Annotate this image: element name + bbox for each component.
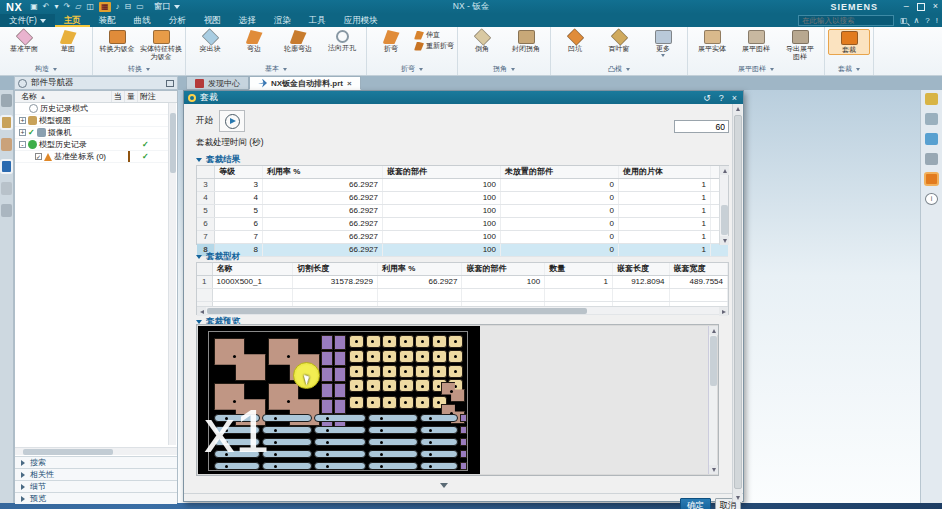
purple-part[interactable] <box>334 383 346 398</box>
table-row[interactable]: 3366.292710001 <box>197 179 728 192</box>
tree-item-4[interactable]: ✓基准坐标系 (0)✓ <box>15 151 170 163</box>
blue-strip[interactable] <box>314 438 366 446</box>
cream-part[interactable] <box>349 396 364 409</box>
flat-pattern-button[interactable]: 展平图样 <box>735 29 777 53</box>
cream-part[interactable] <box>415 365 430 378</box>
nesting-profiles-table[interactable]: 名称切割长度利用率 %嵌套的部件数量嵌套长度嵌套宽度11000X500_1315… <box>196 262 729 315</box>
export-flat-pattern-button[interactable]: 导出展平 图样 <box>779 29 821 61</box>
cream-part[interactable] <box>448 365 463 378</box>
column-header[interactable]: 嵌套宽度 <box>670 263 728 275</box>
cream-part[interactable] <box>382 365 397 378</box>
convert-to-sheet-metal-button[interactable]: 转换为钣金 <box>96 29 138 53</box>
menu-tab-2[interactable]: 装配 <box>90 14 125 27</box>
blue-strip[interactable] <box>420 414 458 422</box>
column-comment[interactable]: 附注 <box>137 91 177 102</box>
column-quantity[interactable]: 量 <box>124 91 137 102</box>
cream-part[interactable] <box>366 396 381 409</box>
expand-icon[interactable]: + <box>19 117 26 124</box>
column-name[interactable]: 名称 <box>21 91 37 102</box>
blue-strip[interactable] <box>262 426 312 434</box>
normal-cutout-button[interactable]: 法向开孔 <box>321 29 363 52</box>
copy-icon[interactable]: ▱ <box>75 2 81 12</box>
tree-item-2[interactable]: +✓摄像机 <box>15 127 170 139</box>
history-icon[interactable] <box>1 182 12 195</box>
cream-part[interactable] <box>415 350 430 363</box>
window-menu[interactable]: 窗口 <box>154 1 180 13</box>
roles-icon[interactable] <box>925 93 938 105</box>
navigator-section-1[interactable]: 相关性 <box>15 468 177 480</box>
table-row[interactable]: 6666.292710001 <box>197 218 728 231</box>
blue-strip[interactable] <box>314 450 366 458</box>
gear-icon[interactable] <box>18 79 27 88</box>
tree-item-3[interactable]: -模型历史记录✓ <box>15 139 170 151</box>
menu-tab-0[interactable]: 文件(F) <box>0 14 55 27</box>
nesting-preview-canvas[interactable]: x1 <box>198 326 480 474</box>
dimple-button[interactable]: 凹坑 <box>554 29 596 53</box>
purple-part[interactable] <box>321 399 333 414</box>
table-row[interactable]: 4466.292710001 <box>197 192 728 205</box>
dialog-vertical-scrollbar[interactable] <box>732 104 742 502</box>
column-header[interactable]: 未放置的部件 <box>501 166 619 178</box>
copy-display-icon[interactable] <box>925 113 938 125</box>
purple-part[interactable] <box>334 335 346 350</box>
blue-strip[interactable] <box>262 450 312 458</box>
dialog-help-button[interactable]: ? <box>717 93 726 103</box>
document-tab-0[interactable]: 发现中心 <box>186 76 249 90</box>
blue-strip[interactable] <box>420 438 458 446</box>
nesting-button[interactable]: 套裁 <box>828 29 870 55</box>
column-header[interactable]: 等级 <box>215 166 263 178</box>
tab-button[interactable]: 突出块 <box>189 29 231 53</box>
collapse-icon[interactable]: - <box>19 141 26 148</box>
close-tab-icon[interactable]: × <box>347 79 352 88</box>
column-header[interactable]: 利用率 % <box>378 263 463 275</box>
undock-icon[interactable] <box>166 80 174 87</box>
cream-part[interactable] <box>366 379 381 392</box>
navigator-horizontal-scrollbar[interactable] <box>15 447 177 455</box>
cream-part[interactable] <box>399 396 414 409</box>
blue-strip[interactable] <box>262 462 312 470</box>
purple-end-part[interactable] <box>460 438 467 446</box>
row-number-header[interactable] <box>197 263 213 275</box>
contour-flange-button[interactable]: 轮廓弯边 <box>277 29 319 53</box>
cream-part[interactable] <box>349 335 364 348</box>
tab-command-icon[interactable] <box>925 133 938 145</box>
cream-part[interactable] <box>382 335 397 348</box>
window-icon[interactable]: ▭ <box>136 2 144 12</box>
blue-strip[interactable] <box>368 450 418 458</box>
undo-dropdown-icon[interactable]: ▾ <box>55 2 59 12</box>
blue-strip[interactable] <box>262 414 312 422</box>
touch-mode-icon[interactable]: ▦ <box>99 2 111 12</box>
tree-item-0[interactable]: 历史记录模式 <box>15 103 170 115</box>
corner-button[interactable]: 倒角 <box>461 29 503 53</box>
command-search[interactable] <box>798 15 894 26</box>
expand-icon[interactable]: + <box>19 129 26 136</box>
cream-part[interactable] <box>432 350 447 363</box>
alert-icon[interactable]: ! <box>936 16 938 25</box>
cream-part[interactable] <box>432 365 447 378</box>
preview-vertical-scrollbar[interactable] <box>708 326 717 474</box>
menu-tab-6[interactable]: 选择 <box>230 14 265 27</box>
menu-tab-9[interactable]: 应用模块 <box>335 14 387 27</box>
cream-part[interactable] <box>382 350 397 363</box>
purple-end-part[interactable] <box>460 426 467 434</box>
cream-part[interactable] <box>415 379 430 392</box>
column-header[interactable]: 嵌套长度 <box>613 263 670 275</box>
menu-tab-5[interactable]: 视图 <box>195 14 230 27</box>
cream-part[interactable] <box>415 396 430 409</box>
column-current[interactable]: 当 <box>111 91 124 102</box>
blue-strip[interactable] <box>314 462 366 470</box>
flat-pattern-command-icon[interactable] <box>925 153 938 165</box>
undo-icon[interactable]: ↶ <box>43 2 50 12</box>
purple-part[interactable] <box>321 367 333 382</box>
navigator-section-2[interactable]: 细节 <box>15 480 177 492</box>
minimize-ribbon-icon[interactable]: ∧ <box>913 16 919 25</box>
purple-part[interactable] <box>321 383 333 398</box>
flange-button[interactable]: 弯边 <box>233 29 275 53</box>
cream-part[interactable] <box>399 335 414 348</box>
closed-corner-button[interactable]: 封闭拐角 <box>505 29 547 53</box>
nesting-command-icon[interactable] <box>925 173 938 185</box>
nesting-results-table[interactable]: 等级利用率 %嵌套的部件未放置的部件使用的片体3366.292710001446… <box>196 165 729 245</box>
purple-end-part[interactable] <box>460 414 467 422</box>
datum-plane-button[interactable]: 基准平面 <box>3 29 45 53</box>
blue-strip[interactable] <box>314 414 366 422</box>
